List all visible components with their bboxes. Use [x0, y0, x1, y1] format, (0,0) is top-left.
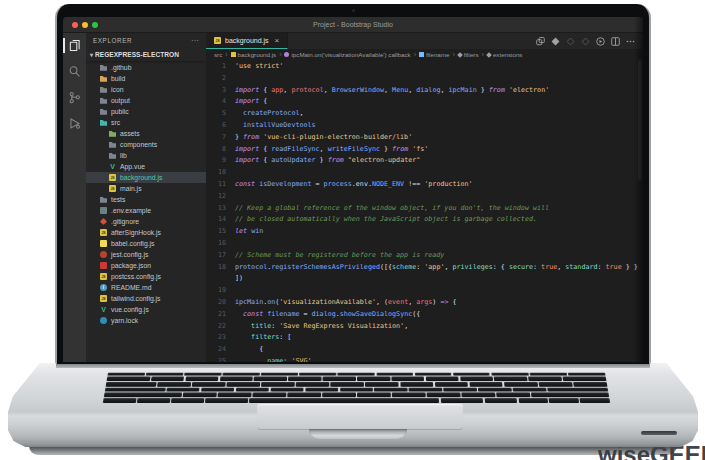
key [504, 382, 538, 386]
breadcrumb: src›background.js›ipcMain.on('visualizat… [206, 49, 643, 60]
nav-forward-icon[interactable] [581, 37, 590, 46]
key [365, 382, 398, 386]
tree-item-jest.config.js[interactable]: jest.config.js [86, 249, 206, 260]
tree-item-components[interactable]: components [86, 139, 206, 150]
nav-back-icon[interactable] [566, 37, 575, 46]
key [270, 387, 304, 391]
js-icon [109, 174, 116, 181]
keyboard-row [106, 382, 609, 386]
tree-item-icon[interactable]: icon [86, 84, 206, 95]
indicator-slot [641, 431, 677, 435]
tree-item-background.js[interactable]: background.js [86, 172, 206, 183]
tree-item-babel.config.js[interactable]: babel.config.js [86, 238, 206, 249]
key [409, 387, 443, 391]
run-task-icon[interactable] [551, 37, 560, 46]
run-debug-icon[interactable] [67, 116, 82, 131]
tree-item-afterSignHook.js[interactable]: afterSignHook.js [86, 227, 206, 238]
open-changes-icon[interactable] [536, 37, 545, 46]
tab-close-icon[interactable]: × [275, 36, 280, 45]
more-actions-icon[interactable] [626, 37, 635, 46]
key [171, 398, 204, 402]
code-line: 6 installVueDevtools [206, 120, 643, 132]
laptop-screen: Project - Bootstrap Studio [55, 4, 651, 364]
line-number: 3 [206, 85, 235, 97]
npm-icon [100, 262, 107, 269]
search-icon[interactable] [67, 64, 82, 79]
key [151, 377, 185, 381]
line-number: 11 [206, 179, 235, 191]
tree-item-lib[interactable]: lib [86, 150, 206, 161]
tree-item-src[interactable]: src [86, 117, 206, 128]
tree-item-.env.example[interactable]: .env.example [86, 205, 206, 216]
property-icon [486, 52, 492, 58]
git-icon [100, 218, 107, 225]
code-editor[interactable]: 1'use strict'23import { app, protocol, B… [206, 60, 643, 362]
tree-item-postcss.config.js[interactable]: postcss.config.js [86, 271, 206, 282]
tree-item-main.js[interactable]: main.js [86, 183, 206, 194]
key [288, 377, 321, 381]
vue-icon [109, 163, 116, 170]
tree-item-public[interactable]: public [86, 106, 206, 117]
key [205, 398, 248, 402]
key [261, 373, 298, 376]
env-icon [100, 207, 107, 214]
key [573, 382, 607, 386]
key [425, 377, 458, 381]
activity-bar [63, 33, 86, 362]
variable-icon [419, 52, 424, 57]
breadcrumb-item[interactable]: background.js [231, 51, 277, 58]
tree-item-vue.config.js[interactable]: vue.config.js [86, 304, 206, 315]
tree-root-folder[interactable]: ▾ REGEXPRESS-ELECTRON [86, 48, 206, 61]
keyboard-row [104, 393, 610, 397]
breadcrumb-item[interactable]: src [214, 51, 222, 58]
laptop-base [8, 363, 698, 455]
editor-group: background.js × [206, 33, 643, 362]
code-line: 15let win [206, 226, 643, 238]
code-line: 13// Keep a global reference of the wind… [206, 203, 643, 215]
key [568, 373, 606, 376]
key [223, 373, 260, 376]
tree-item-tailwind.config.js[interactable]: tailwind.config.js [86, 293, 206, 304]
keyboard-row [107, 373, 606, 376]
breadcrumb-item[interactable]: ipcMain.on('visualizationAvailable') cal… [284, 51, 410, 58]
code-line: 2 [206, 73, 643, 85]
line-number: 9 [206, 155, 235, 167]
key [453, 373, 490, 376]
line-number: 1 [206, 61, 235, 73]
scrollbar-thumb[interactable] [638, 60, 642, 180]
breadcrumb-item[interactable]: filename [419, 51, 449, 58]
tree-item-assets[interactable]: assets [86, 128, 206, 139]
key [146, 373, 183, 376]
js-icon [100, 295, 107, 302]
code-line: 25 name: 'SVG', [206, 356, 643, 362]
breadcrumb-separator: › [225, 51, 227, 58]
run-file-icon[interactable] [596, 37, 605, 46]
tree-item-package.json[interactable]: package.json [86, 260, 206, 271]
key [236, 387, 270, 391]
key [249, 398, 439, 402]
explorer-more-actions-icon[interactable]: ··· [191, 38, 199, 44]
tree-item-build[interactable]: build [86, 73, 206, 84]
tree-item-.gitignore[interactable]: .gitignore [86, 216, 206, 227]
tree-item-tests[interactable]: tests [86, 194, 206, 205]
key [563, 377, 607, 381]
tree-item-yarn.lock[interactable]: yarn.lock [86, 315, 206, 326]
tree-item-App.vue[interactable]: App.vue [86, 161, 206, 172]
tree-item-output[interactable]: output [86, 95, 206, 106]
key [374, 387, 407, 391]
key [529, 373, 566, 376]
sidebar-explorer: EXPLORER ··· ▾ REGEXPRESS-ELECTRON .gith… [86, 33, 206, 362]
key [528, 377, 562, 381]
source-control-icon[interactable] [67, 90, 82, 105]
tree-item-.github[interactable]: .github [86, 62, 206, 73]
js-icon [231, 52, 236, 57]
breadcrumb-item[interactable]: extensions [487, 51, 523, 58]
tab-background-js[interactable]: background.js × [206, 33, 288, 49]
explorer-icon[interactable] [67, 38, 82, 53]
key [460, 377, 493, 381]
key [184, 373, 221, 376]
split-editor-icon[interactable] [611, 37, 620, 46]
breadcrumb-item[interactable]: filters [458, 51, 479, 58]
tree-item-README.md[interactable]: README.md [86, 282, 206, 293]
folder-icon [100, 97, 107, 104]
